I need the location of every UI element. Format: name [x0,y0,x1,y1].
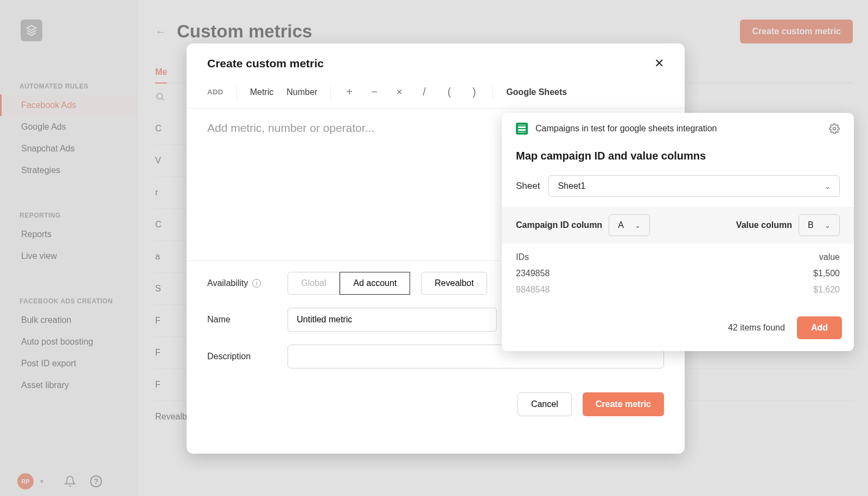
availability-ad-account[interactable]: Ad account [340,272,410,295]
sheet-filename: Campaigns in test for google sheets inte… [535,124,717,133]
separator [330,86,331,98]
name-label: Name [207,315,288,325]
op-plus-icon[interactable]: + [344,86,355,98]
map-columns-title: Map campaign ID and value columns [502,139,854,172]
cancel-button[interactable]: Cancel [518,392,572,416]
chevron-down-icon: ⌄ [825,221,831,230]
campaign-id-col-select[interactable]: A⌄ [609,214,650,236]
preview-value-header: value [819,252,840,262]
items-found: 42 items found [728,323,785,333]
preview-id: 2349858 [516,269,550,278]
chevron-down-icon: ⌄ [635,221,641,230]
svg-point-1 [833,128,836,130]
formula-toolbar: ADD Metric Number + − × / ( ) Google She… [187,84,685,109]
description-label: Description [207,352,288,361]
preview-value: $1,620 [813,285,840,295]
create-metric-button[interactable]: Create metric [583,392,664,416]
preview-id-header: IDs [516,252,529,262]
preview-table: IDsvalue 2349858$1,500 9848548$1,620 [502,244,854,301]
op-minus-icon[interactable]: − [369,86,380,98]
op-multiply-icon[interactable]: × [394,86,405,98]
value-col-label: Value column [736,220,792,230]
op-divide-icon[interactable]: / [419,86,430,98]
availability-global[interactable]: Global [288,272,340,295]
separator [237,86,237,98]
availability-revealbot[interactable]: Revealbot [421,272,487,295]
google-sheets-icon [516,123,528,135]
toolbar-add-label: ADD [207,88,224,96]
op-paren-close-icon[interactable]: ) [469,86,480,98]
campaign-id-col-label: Campaign ID column [516,220,602,230]
name-input[interactable] [288,308,497,332]
modal-title: Create custom metric [207,57,324,70]
preview-value: $1,500 [813,269,840,278]
value-col-select[interactable]: B⌄ [799,214,840,236]
toolbar-number[interactable]: Number [286,87,317,97]
google-sheets-popover: Campaigns in test for google sheets inte… [502,113,854,351]
toolbar-google-sheets[interactable]: Google Sheets [506,87,567,97]
sheet-select[interactable]: Sheet1⌄ [548,175,840,197]
toolbar-metric[interactable]: Metric [250,87,274,97]
availability-label: Availability i [207,278,288,288]
column-mapping-row: Campaign ID column A⌄ Value column B⌄ [502,207,854,244]
op-paren-open-icon[interactable]: ( [444,86,455,98]
preview-id: 9848548 [516,285,550,295]
info-icon[interactable]: i [252,279,261,288]
add-button[interactable]: Add [797,316,842,339]
chevron-down-icon: ⌄ [825,182,831,190]
close-icon[interactable]: ✕ [654,56,664,71]
gear-icon[interactable] [829,123,840,134]
separator [493,86,493,98]
sheet-label: Sheet [516,181,540,192]
